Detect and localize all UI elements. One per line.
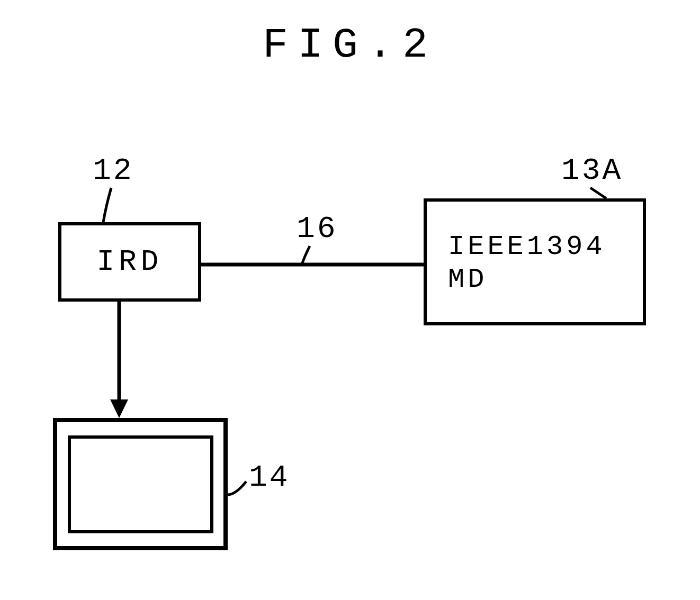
ref-label-14: 14 [249, 460, 290, 495]
ref-label-16: 16 [297, 212, 338, 246]
monitor-block [53, 418, 228, 550]
ieee-block: IEEE1394 MD [424, 198, 646, 325]
figure-title: FIG.2 [0, 21, 700, 69]
ird-block: IRD [58, 222, 201, 302]
ref-label-12: 12 [93, 153, 134, 188]
ieee-line1: IEEE1394 [448, 231, 643, 263]
ref-label-13a: 13A [561, 153, 623, 188]
ird-label: IRD [97, 245, 163, 279]
monitor-screen [68, 435, 213, 533]
svg-marker-2 [110, 399, 128, 418]
ieee-line2: MD [448, 263, 643, 296]
